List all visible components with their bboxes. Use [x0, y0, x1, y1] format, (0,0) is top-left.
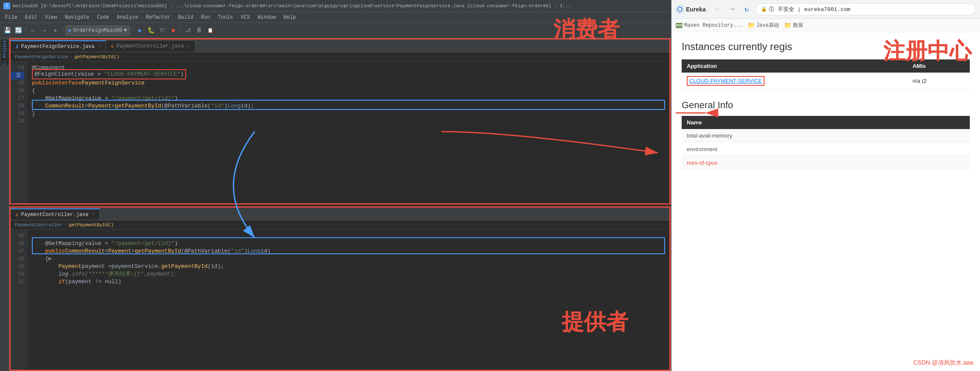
- menu-refactor[interactable]: Refactor: [142, 14, 174, 21]
- csdn-watermark: CSDN @清风饮水.aaa: [912, 358, 975, 368]
- refresh-btn[interactable]: ↻: [741, 3, 753, 15]
- bookmark-data[interactable]: 📁 数据: [784, 22, 803, 29]
- ide-panel: I mscloudU5 [D:\devsoft\JetBrains\IdeaPr…: [0, 0, 671, 371]
- code-line-20: }: [32, 110, 665, 118]
- browser-toolbar: Eureka ← → ↻ 🔒 ① 不安全 | eureka7001.com: [671, 0, 980, 19]
- project-dropdown[interactable]: ▶ OrderFeignMain80 ▼: [65, 25, 130, 36]
- coverage-btn[interactable]: 🛡: [158, 26, 167, 35]
- tab-close-controller-bottom[interactable]: ×: [92, 212, 94, 217]
- registry-annotation: 注册中心: [883, 37, 972, 66]
- address-text: ① 不安全 | eureka7001.com: [769, 6, 850, 13]
- sidebar-project-label: 1: Project: [2, 40, 7, 65]
- forward-nav-btn[interactable]: →: [726, 3, 738, 15]
- bottom-code-content: @GetMapping(value = "/payment/get/{id}")…: [28, 230, 669, 370]
- payment-service-call: paymentService: [111, 263, 158, 270]
- menu-file[interactable]: File: [2, 14, 21, 21]
- browser-content: 注册中心 Instances currently regis Applicati…: [671, 32, 980, 371]
- title-bar: I mscloudU5 [D:\devsoft\JetBrains\IdeaPr…: [0, 0, 671, 12]
- tab-close-controller-top[interactable]: ×: [187, 44, 190, 49]
- save-btn[interactable]: 💾: [3, 26, 12, 35]
- tasks-btn[interactable]: 📋: [206, 26, 215, 35]
- toolbar-sep1: [25, 26, 26, 35]
- menu-run[interactable]: Run: [198, 14, 214, 21]
- git-btn[interactable]: ⎇: [184, 26, 193, 35]
- tab-payment-controller-top[interactable]: c PaymentController.java ×: [106, 40, 195, 52]
- class-icon-bottom: c: [16, 212, 19, 217]
- menu-build[interactable]: Build: [175, 14, 197, 21]
- db-btn[interactable]: 🗄: [195, 26, 204, 35]
- mvn-icon: MVN: [676, 23, 683, 28]
- lock-icon: 🔒: [761, 6, 767, 12]
- menu-window[interactable]: Window: [254, 14, 279, 21]
- dropdown-arrow: ▼: [124, 28, 127, 34]
- info-row-cpus: num-of-cpus: [682, 156, 970, 170]
- debug-btn[interactable]: 🐛: [147, 26, 156, 35]
- brace-close: }: [32, 110, 35, 118]
- interface-icon: I: [16, 44, 19, 49]
- menu-view[interactable]: View: [42, 14, 61, 21]
- menu-edit[interactable]: Edit: [22, 14, 41, 21]
- structure-btn[interactable]: ⇅: [51, 26, 60, 35]
- browser-bookmarks: MVN Maven Repository... 📁 Java基础 📁 数据: [671, 19, 980, 32]
- toolbar: 💾 🔄 ← → ⇅ ▶ OrderFeignMain80 ▼ ▶ 🐛 🛡 ■ ⎇…: [0, 23, 671, 38]
- bookmark-data-label: 数据: [793, 22, 803, 29]
- toolbar-sep3: [133, 26, 133, 35]
- class-name: PaymentFeignService: [82, 79, 144, 87]
- tab-close-feign[interactable]: ×: [98, 44, 100, 49]
- feign-client-box: @FeignClient(value = "CLOUD-PAYMENT-SERV…: [32, 69, 186, 79]
- back-nav-btn[interactable]: ←: [712, 3, 724, 15]
- bottom-code-editor: 45 46 47 48 49 50 51: [11, 230, 669, 370]
- bottom-line-51: if (payment != null): [32, 278, 665, 286]
- bookmark-java-label: Java基础: [756, 22, 779, 29]
- menu-navigate[interactable]: Navigate: [61, 14, 93, 21]
- menu-bar: File Edit View Navigate Code Analyze Ref…: [0, 12, 671, 23]
- menu-analyze[interactable]: Analyze: [113, 14, 142, 21]
- ide-body: 1: Project I PaymentFeignService.java ×: [0, 38, 671, 371]
- breadcrumb-sep: ›: [70, 54, 73, 59]
- tab-payment-feign-service[interactable]: I PaymentFeignService.java ×: [11, 40, 106, 52]
- bookmark-mvn[interactable]: MVN Maven Repository...: [676, 22, 742, 28]
- registry-text: 注册中心: [883, 39, 972, 63]
- feign-ann: @FeignClient(value = "CLOUD-PAYMENT-SERV…: [34, 71, 184, 77]
- menu-vcs[interactable]: VCS: [238, 14, 254, 21]
- info-col-name: Name: [682, 116, 970, 129]
- expand-icon[interactable]: ▶: [48, 255, 55, 263]
- brace-open: {: [32, 87, 35, 95]
- stop-btn[interactable]: ■: [169, 26, 178, 35]
- brace-open-bottom: {: [45, 255, 48, 263]
- bottom-tab-bar: c PaymentController.java ×: [11, 208, 669, 220]
- project-sidebar: 1: Project: [0, 38, 9, 371]
- menu-help[interactable]: Help: [280, 14, 299, 21]
- memory-cell: total-avail-memory: [682, 129, 970, 143]
- amis-cell: n/a (2: [907, 73, 970, 90]
- toolbar-sep4: [181, 26, 181, 35]
- log-call: log.info("*****查询结果:{}",payment);: [58, 270, 176, 278]
- breadcrumb-sep-bottom: ›: [64, 222, 67, 228]
- browser-logo-inner: [677, 7, 683, 12]
- forward-btn[interactable]: →: [40, 26, 49, 35]
- menu-code[interactable]: Code: [93, 14, 113, 21]
- bottom-line-49: Payment payment = paymentService.getPaym…: [32, 263, 665, 270]
- info-row-memory: total-avail-memory: [682, 129, 970, 143]
- tab-payment-controller-bottom[interactable]: c PaymentController.java ×: [11, 208, 100, 220]
- menu-tools[interactable]: Tools: [215, 14, 237, 21]
- service-link[interactable]: CLOUD-PAYMENT-SERVICE: [687, 76, 765, 86]
- code-line-17: {: [32, 87, 665, 95]
- tab-label-controller-top: PaymentController.java: [116, 43, 184, 49]
- sync-btn[interactable]: 🔄: [14, 26, 23, 35]
- col-application: Application: [682, 59, 907, 73]
- toolbar-sep2: [62, 26, 63, 35]
- back-btn[interactable]: ←: [28, 26, 38, 35]
- info-row-env: environment: [682, 143, 970, 156]
- breadcrumb-class-bottom: PaymentController: [15, 222, 62, 228]
- address-bar[interactable]: 🔒 ① 不安全 | eureka7001.com: [755, 3, 976, 15]
- sidebar-tab-project[interactable]: 1: Project: [1, 40, 8, 65]
- top-editor-region: I PaymentFeignService.java × c PaymentCo…: [9, 38, 671, 205]
- code-line-16: public interface PaymentFeignService: [32, 79, 665, 87]
- bookmark-java[interactable]: 📁 Java基础: [748, 22, 779, 29]
- bottom-breadcrumb: PaymentController › getPaymentById(): [11, 220, 669, 230]
- general-info-title: General Info: [682, 100, 970, 111]
- top-breadcrumb: PaymentFeignService › getPaymentById(): [11, 52, 669, 62]
- run-btn[interactable]: ▶: [136, 26, 145, 35]
- bottom-line-48: { ▶: [32, 255, 665, 263]
